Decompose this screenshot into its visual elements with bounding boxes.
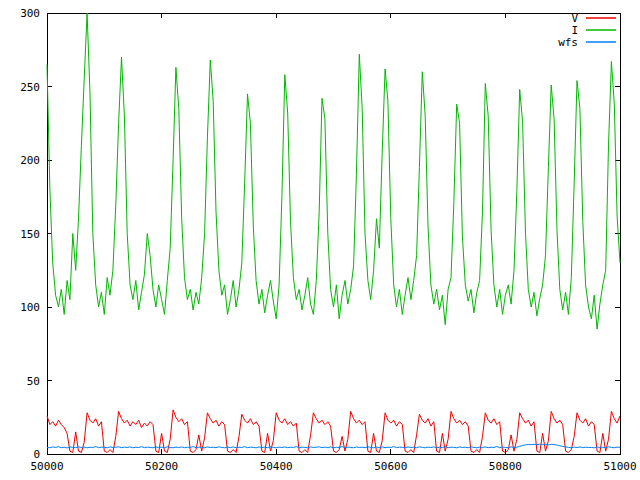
series-I-line [47,13,620,329]
series-V-line [47,410,620,453]
y-tick-label: 50 [27,375,40,388]
x-tick-label: 50200 [145,460,178,473]
series-wfs-line [47,444,620,448]
y-tick-label: 150 [20,228,40,241]
y-tick-label: 250 [20,81,40,94]
y-tick-label: 300 [20,7,40,20]
legend-label-wfs: wfs [558,36,578,49]
chart-canvas: 5000050200504005060050800510000501001502… [0,0,640,480]
x-tick-label: 50800 [489,460,522,473]
x-tick-label: 50400 [260,460,293,473]
plot-border [47,13,620,454]
x-tick-label: 50000 [30,460,63,473]
x-tick-label: 50600 [374,460,407,473]
x-tick-label: 51000 [603,460,636,473]
gnuplot-chart: 5000050200504005060050800510000501001502… [0,0,640,480]
y-tick-label: 0 [33,448,40,461]
y-tick-label: 100 [20,301,40,314]
y-tick-label: 200 [20,154,40,167]
